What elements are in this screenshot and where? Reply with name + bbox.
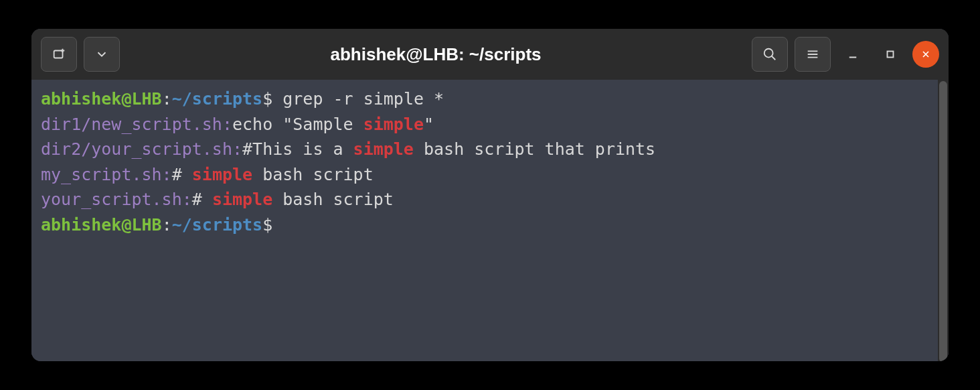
- command-text: grep -r simple *: [272, 89, 444, 109]
- search-icon: [762, 47, 777, 62]
- grep-text: bash script: [272, 190, 394, 209]
- svg-rect-2: [888, 52, 894, 58]
- terminal-line: abhishek@LHB:~/scripts$: [41, 212, 939, 238]
- grep-text: #: [192, 190, 212, 209]
- hamburger-icon: [805, 47, 820, 62]
- svg-point-1: [764, 49, 773, 58]
- terminal-body[interactable]: abhishek@LHB:~/scripts$ grep -r simple *…: [31, 80, 949, 361]
- grep-text: ": [424, 115, 434, 134]
- grep-text: #: [172, 165, 192, 184]
- grep-filename: dir2/your_script.sh:: [41, 139, 242, 159]
- grep-filename: dir1/new_script.sh:: [41, 115, 232, 134]
- terminal-line: your_script.sh:# simple bash script: [41, 187, 939, 212]
- minimize-button[interactable]: [837, 39, 868, 70]
- scrollbar[interactable]: [938, 80, 949, 361]
- new-tab-icon: [52, 47, 66, 62]
- titlebar-left-controls: [41, 37, 120, 72]
- terminal-window: abhishek@LHB: ~/scripts: [31, 29, 949, 361]
- terminal-line: dir1/new_script.sh:echo "Sample simple": [41, 112, 939, 137]
- dropdown-button[interactable]: [84, 37, 120, 72]
- window-title: abhishek@LHB: ~/scripts: [120, 44, 752, 65]
- grep-match: simple: [353, 139, 414, 159]
- maximize-icon: [884, 48, 896, 60]
- grep-match: simple: [363, 115, 424, 134]
- grep-text: bash script: [252, 165, 374, 184]
- grep-text: #This is a: [242, 139, 353, 159]
- prompt-symbol: $: [262, 215, 272, 235]
- grep-filename: my_script.sh:: [41, 165, 172, 184]
- prompt-path: ~/scripts: [172, 89, 262, 109]
- grep-filename: your_script.sh:: [41, 190, 192, 209]
- terminal-line: my_script.sh:# simple bash script: [41, 162, 939, 188]
- grep-text: echo "Sample: [232, 115, 363, 134]
- grep-text: bash script that prints: [414, 139, 655, 159]
- prompt-symbol: $: [262, 89, 272, 109]
- chevron-down-icon: [94, 47, 109, 62]
- prompt-path: ~/scripts: [172, 215, 262, 235]
- minimize-icon: [847, 48, 859, 60]
- terminal-line: abhishek@LHB:~/scripts$ grep -r simple *: [41, 86, 939, 112]
- prompt-user: abhishek@LHB: [41, 89, 162, 109]
- search-button[interactable]: [752, 37, 788, 72]
- terminal-line: dir2/your_script.sh:#This is a simple ba…: [41, 137, 939, 162]
- titlebar-right-controls: [752, 37, 939, 72]
- close-button[interactable]: [912, 41, 939, 68]
- scrollbar-thumb[interactable]: [939, 81, 947, 361]
- new-tab-button[interactable]: [41, 37, 77, 72]
- prompt-separator: :: [162, 215, 172, 235]
- titlebar: abhishek@LHB: ~/scripts: [31, 29, 949, 80]
- grep-match: simple: [212, 190, 272, 209]
- svg-rect-0: [54, 51, 63, 58]
- close-icon: [920, 49, 931, 60]
- maximize-button[interactable]: [875, 39, 906, 70]
- menu-button[interactable]: [795, 37, 831, 72]
- prompt-user: abhishek@LHB: [41, 215, 162, 235]
- grep-match: simple: [192, 165, 252, 184]
- prompt-separator: :: [162, 89, 172, 109]
